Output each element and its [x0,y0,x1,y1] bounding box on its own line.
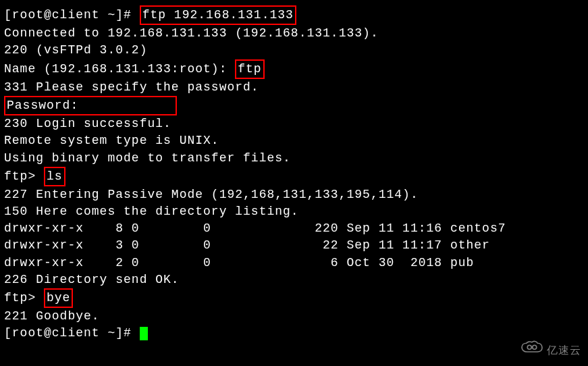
ftp-prompt: ftp> [4,291,44,305]
output-331: 331 Please specify the password. [4,79,584,96]
output-banner-220: 220 (vsFTPd 3.0.2) [4,42,584,59]
output-connected: Connected to 192.168.131.133 (192.168.13… [4,25,584,42]
output-226: 226 Directory send OK. [4,271,584,288]
output-221: 221 Goodbye. [4,308,584,325]
listing-row: drwxr-xr-x 3 0 0 22 Sep 11 11:17 other [4,237,584,254]
shell-prompt: [root@client ~]# [4,8,140,22]
cmd-ls[interactable]: ls [44,167,65,186]
watermark-text: 亿速云 [547,343,581,358]
password-prompt[interactable]: Password: [4,96,177,115]
listing-row: drwxr-xr-x 8 0 0 220 Sep 11 11:16 centos… [4,220,584,237]
cmd-bye[interactable]: bye [44,288,73,308]
cmd-ftp-connect[interactable]: ftp 192.168.131.133 [140,5,296,25]
shell-prompt: [root@client ~]# [4,326,140,340]
ftp-ls-line: ftp> ls [4,167,584,186]
svg-point-1 [533,345,537,349]
password-line: Password: [4,96,584,115]
watermark: 亿速云 [520,340,581,361]
svg-point-0 [527,345,531,349]
listing-row: drwxr-xr-x 2 0 0 6 Oct 30 2018 pub [4,255,584,271]
ftp-prompt: ftp> [4,169,44,183]
output-230: 230 Login successful. [4,115,584,132]
cursor-icon[interactable] [140,327,148,340]
shell-line-end: [root@client ~]# [4,325,584,342]
output-150: 150 Here comes the directory listing. [4,203,584,220]
name-prompt-line: Name (192.168.131.133:root): ftp [4,59,584,79]
ftp-bye-line: ftp> bye [4,288,584,308]
output-binary-mode: Using binary mode to transfer files. [4,150,584,167]
output-227: 227 Entering Passive Mode (192,168,131,1… [4,186,584,203]
name-prompt-label: Name (192.168.131.133:root): [4,62,235,76]
cloud-icon [520,340,544,361]
shell-line: [root@client ~]# ftp 192.168.131.133 [4,5,584,25]
output-remote-type: Remote system type is UNIX. [4,132,584,149]
login-username-input[interactable]: ftp [235,59,264,79]
